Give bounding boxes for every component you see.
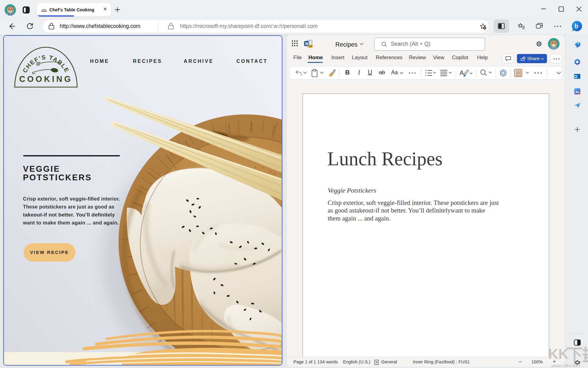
svg-text:KK: KK — [548, 346, 568, 362]
svg-text:DF: DF — [309, 45, 313, 48]
svg-text:A: A — [460, 69, 464, 76]
svg-text:W: W — [305, 42, 309, 46]
svg-text:b: b — [575, 23, 578, 29]
svg-text:CHEF’S TABLE: CHEF’S TABLE — [21, 54, 70, 74]
svg-text:COOKING: COOKING — [19, 75, 73, 84]
